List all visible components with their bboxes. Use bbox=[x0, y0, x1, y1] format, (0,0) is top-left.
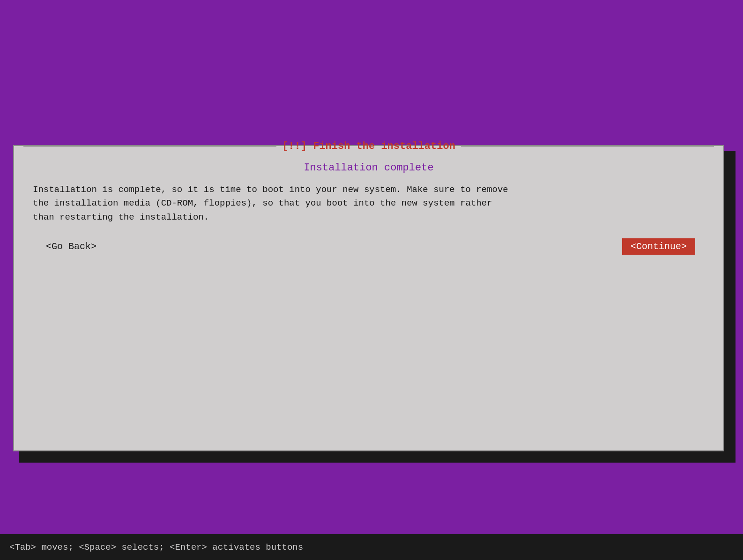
title-line-left bbox=[23, 146, 276, 147]
dialog-buttons: <Go Back> <Continue> bbox=[33, 238, 705, 255]
bottom-bar: <Tab> moves; <Space> selects; <Enter> ac… bbox=[0, 534, 743, 560]
dialog: [!!] Finish the installation Installatio… bbox=[13, 145, 724, 451]
go-back-button[interactable]: <Go Back> bbox=[42, 239, 100, 254]
dialog-body: Installation complete Installation is co… bbox=[14, 153, 723, 269]
bottom-hint-text: <Tab> moves; <Space> selects; <Enter> ac… bbox=[9, 542, 303, 553]
dialog-body-text: Installation is complete, so it is time … bbox=[33, 183, 705, 224]
dialog-title: [!!] Finish the installation bbox=[276, 140, 461, 152]
dialog-subtitle: Installation complete bbox=[33, 162, 705, 174]
dialog-wrapper: [!!] Finish the installation Installatio… bbox=[13, 145, 730, 457]
screen: [!!] Finish the installation Installatio… bbox=[0, 0, 743, 560]
continue-button[interactable]: <Continue> bbox=[622, 238, 695, 255]
dialog-title-bar: [!!] Finish the installation bbox=[14, 140, 723, 153]
title-line-right bbox=[461, 146, 714, 147]
